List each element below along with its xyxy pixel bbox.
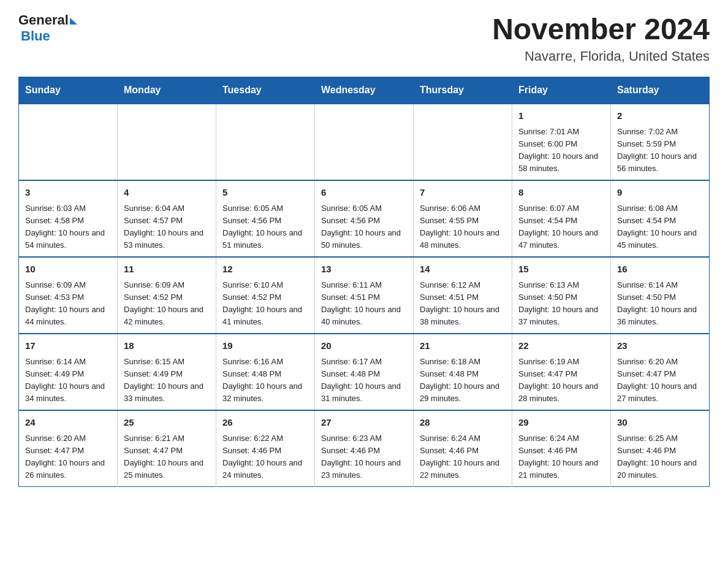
calendar-cell bbox=[118, 104, 216, 180]
day-number: 26 bbox=[222, 416, 308, 430]
calendar-cell: 27Sunrise: 6:23 AMSunset: 4:46 PMDayligh… bbox=[315, 410, 414, 487]
day-number: 23 bbox=[617, 339, 703, 353]
calendar-title: November 2024 bbox=[492, 12, 710, 46]
calendar-cell: 23Sunrise: 6:20 AMSunset: 4:47 PMDayligh… bbox=[611, 334, 710, 410]
calendar-cell: 15Sunrise: 6:13 AMSunset: 4:50 PMDayligh… bbox=[512, 257, 611, 334]
logo-blue-text: Blue bbox=[21, 28, 50, 44]
day-number: 21 bbox=[420, 339, 506, 353]
header-monday: Monday bbox=[118, 77, 216, 104]
day-info: Sunrise: 6:03 AMSunset: 4:58 PMDaylight:… bbox=[25, 202, 111, 252]
logo-triangle-icon bbox=[70, 18, 77, 25]
calendar-cell: 6Sunrise: 6:05 AMSunset: 4:56 PMDaylight… bbox=[315, 180, 414, 257]
calendar-cell: 24Sunrise: 6:20 AMSunset: 4:47 PMDayligh… bbox=[19, 410, 118, 487]
calendar-cell: 1Sunrise: 7:01 AMSunset: 6:00 PMDaylight… bbox=[512, 104, 611, 180]
calendar-week-1: 1Sunrise: 7:01 AMSunset: 6:00 PMDaylight… bbox=[19, 104, 710, 180]
calendar-cell: 17Sunrise: 6:14 AMSunset: 4:49 PMDayligh… bbox=[19, 334, 118, 410]
day-info: Sunrise: 6:10 AMSunset: 4:52 PMDaylight:… bbox=[222, 279, 308, 329]
day-info: Sunrise: 6:23 AMSunset: 4:46 PMDaylight:… bbox=[321, 432, 407, 482]
calendar-week-3: 10Sunrise: 6:09 AMSunset: 4:53 PMDayligh… bbox=[19, 257, 710, 334]
calendar-cell: 10Sunrise: 6:09 AMSunset: 4:53 PMDayligh… bbox=[19, 257, 118, 334]
calendar-cell: 11Sunrise: 6:09 AMSunset: 4:52 PMDayligh… bbox=[118, 257, 216, 334]
page-header: General Blue November 2024 Navarre, Flor… bbox=[18, 12, 710, 64]
day-number: 3 bbox=[25, 186, 111, 200]
calendar-cell: 16Sunrise: 6:14 AMSunset: 4:50 PMDayligh… bbox=[611, 257, 710, 334]
day-number: 2 bbox=[617, 109, 703, 123]
day-info: Sunrise: 6:14 AMSunset: 4:49 PMDaylight:… bbox=[25, 356, 111, 405]
calendar-header-row: Sunday Monday Tuesday Wednesday Thursday… bbox=[19, 77, 710, 104]
day-info: Sunrise: 6:06 AMSunset: 4:55 PMDaylight:… bbox=[420, 202, 506, 252]
day-number: 16 bbox=[617, 262, 703, 277]
day-info: Sunrise: 6:24 AMSunset: 4:46 PMDaylight:… bbox=[518, 432, 604, 482]
day-info: Sunrise: 6:17 AMSunset: 4:48 PMDaylight:… bbox=[321, 356, 407, 405]
calendar-cell: 4Sunrise: 6:04 AMSunset: 4:57 PMDaylight… bbox=[118, 180, 216, 257]
calendar-cell: 22Sunrise: 6:19 AMSunset: 4:47 PMDayligh… bbox=[512, 334, 611, 410]
day-info: Sunrise: 6:20 AMSunset: 4:47 PMDaylight:… bbox=[617, 356, 703, 405]
day-info: Sunrise: 6:14 AMSunset: 4:50 PMDaylight:… bbox=[617, 279, 703, 329]
day-info: Sunrise: 6:04 AMSunset: 4:57 PMDaylight:… bbox=[124, 202, 210, 252]
calendar-cell: 19Sunrise: 6:16 AMSunset: 4:48 PMDayligh… bbox=[216, 334, 315, 410]
logo-general-text: General bbox=[18, 12, 69, 28]
day-number: 15 bbox=[518, 262, 604, 277]
day-number: 11 bbox=[124, 262, 210, 277]
day-number: 30 bbox=[617, 416, 703, 430]
day-info: Sunrise: 7:02 AMSunset: 5:59 PMDaylight:… bbox=[617, 126, 703, 175]
day-info: Sunrise: 6:11 AMSunset: 4:51 PMDaylight:… bbox=[321, 279, 407, 329]
day-number: 29 bbox=[518, 416, 604, 430]
day-number: 25 bbox=[124, 416, 210, 430]
header-tuesday: Tuesday bbox=[216, 77, 315, 104]
calendar-cell: 20Sunrise: 6:17 AMSunset: 4:48 PMDayligh… bbox=[315, 334, 414, 410]
day-number: 12 bbox=[222, 262, 308, 277]
day-number: 17 bbox=[25, 339, 111, 353]
day-info: Sunrise: 6:05 AMSunset: 4:56 PMDaylight:… bbox=[222, 202, 308, 252]
day-info: Sunrise: 6:09 AMSunset: 4:53 PMDaylight:… bbox=[25, 279, 111, 329]
day-info: Sunrise: 6:09 AMSunset: 4:52 PMDaylight:… bbox=[124, 279, 210, 329]
calendar-cell: 8Sunrise: 6:07 AMSunset: 4:54 PMDaylight… bbox=[512, 180, 611, 257]
header-sunday: Sunday bbox=[19, 77, 118, 104]
calendar-cell: 26Sunrise: 6:22 AMSunset: 4:46 PMDayligh… bbox=[216, 410, 315, 487]
day-info: Sunrise: 6:13 AMSunset: 4:50 PMDaylight:… bbox=[518, 279, 604, 329]
calendar-subtitle: Navarre, Florida, United States bbox=[492, 48, 710, 64]
day-number: 4 bbox=[124, 186, 210, 200]
calendar-cell: 25Sunrise: 6:21 AMSunset: 4:47 PMDayligh… bbox=[118, 410, 216, 487]
day-info: Sunrise: 6:15 AMSunset: 4:49 PMDaylight:… bbox=[124, 356, 210, 405]
day-info: Sunrise: 6:18 AMSunset: 4:48 PMDaylight:… bbox=[420, 356, 506, 405]
calendar-cell: 3Sunrise: 6:03 AMSunset: 4:58 PMDaylight… bbox=[19, 180, 118, 257]
day-info: Sunrise: 6:19 AMSunset: 4:47 PMDaylight:… bbox=[518, 356, 604, 405]
header-wednesday: Wednesday bbox=[315, 77, 414, 104]
day-info: Sunrise: 6:20 AMSunset: 4:47 PMDaylight:… bbox=[25, 432, 111, 482]
header-saturday: Saturday bbox=[611, 77, 710, 104]
day-info: Sunrise: 6:21 AMSunset: 4:47 PMDaylight:… bbox=[124, 432, 210, 482]
day-number: 8 bbox=[518, 186, 604, 200]
calendar-cell bbox=[414, 104, 512, 180]
calendar-cell: 13Sunrise: 6:11 AMSunset: 4:51 PMDayligh… bbox=[315, 257, 414, 334]
day-info: Sunrise: 6:16 AMSunset: 4:48 PMDaylight:… bbox=[222, 356, 308, 405]
day-number: 14 bbox=[420, 262, 506, 277]
calendar-cell: 30Sunrise: 6:25 AMSunset: 4:46 PMDayligh… bbox=[611, 410, 710, 487]
calendar-cell: 12Sunrise: 6:10 AMSunset: 4:52 PMDayligh… bbox=[216, 257, 315, 334]
calendar-cell bbox=[19, 104, 118, 180]
calendar-table: Sunday Monday Tuesday Wednesday Thursday… bbox=[18, 77, 710, 487]
calendar-week-2: 3Sunrise: 6:03 AMSunset: 4:58 PMDaylight… bbox=[19, 180, 710, 257]
day-info: Sunrise: 6:07 AMSunset: 4:54 PMDaylight:… bbox=[518, 202, 604, 252]
day-info: Sunrise: 6:22 AMSunset: 4:46 PMDaylight:… bbox=[222, 432, 308, 482]
title-block: November 2024 Navarre, Florida, United S… bbox=[492, 12, 710, 64]
day-number: 1 bbox=[518, 109, 604, 123]
day-info: Sunrise: 6:25 AMSunset: 4:46 PMDaylight:… bbox=[617, 432, 703, 482]
day-number: 28 bbox=[420, 416, 506, 430]
calendar-cell: 7Sunrise: 6:06 AMSunset: 4:55 PMDaylight… bbox=[414, 180, 512, 257]
day-number: 20 bbox=[321, 339, 407, 353]
day-number: 9 bbox=[617, 186, 703, 200]
day-number: 19 bbox=[222, 339, 308, 353]
calendar-cell: 2Sunrise: 7:02 AMSunset: 5:59 PMDaylight… bbox=[611, 104, 710, 180]
day-info: Sunrise: 6:24 AMSunset: 4:46 PMDaylight:… bbox=[420, 432, 506, 482]
calendar-cell bbox=[315, 104, 414, 180]
day-number: 22 bbox=[518, 339, 604, 353]
day-number: 13 bbox=[321, 262, 407, 277]
day-number: 6 bbox=[321, 186, 407, 200]
logo: General Blue bbox=[18, 12, 77, 44]
day-info: Sunrise: 6:12 AMSunset: 4:51 PMDaylight:… bbox=[420, 279, 506, 329]
header-thursday: Thursday bbox=[414, 77, 512, 104]
calendar-cell: 28Sunrise: 6:24 AMSunset: 4:46 PMDayligh… bbox=[414, 410, 512, 487]
calendar-cell bbox=[216, 104, 315, 180]
day-number: 24 bbox=[25, 416, 111, 430]
